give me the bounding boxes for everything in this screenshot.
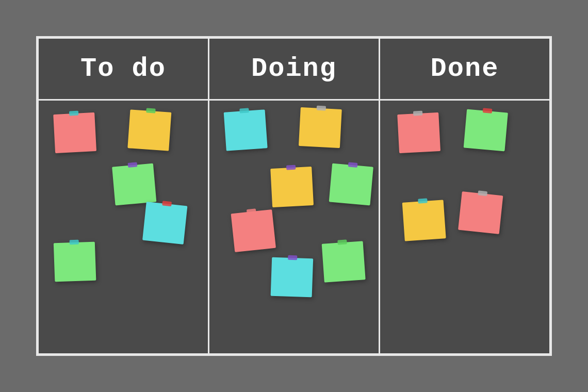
note-doing-3[interactable] [270,164,314,207]
tape-doing-4 [348,162,358,168]
note-todo-4[interactable] [142,199,188,244]
note-body-done-1 [397,112,440,153]
note-done-2[interactable] [464,107,509,152]
kanban-board: To do Doing Done [36,36,552,356]
board-header: To do Doing Done [39,39,549,101]
note-doing-1[interactable] [223,107,267,151]
column-todo [39,101,209,353]
tape-todo-1 [69,111,78,116]
note-doing-4[interactable] [329,161,374,206]
note-body-doing-7 [322,241,366,283]
column-doing [209,101,380,353]
note-doing-2[interactable] [299,105,342,148]
tape-doing-3 [286,165,296,170]
note-body-done-3 [402,200,446,241]
tape-done-1 [413,111,422,116]
note-body-doing-4 [329,164,373,205]
note-todo-1[interactable] [53,110,96,153]
note-body-doing-2 [299,107,342,148]
note-todo-5[interactable] [54,239,96,282]
column-header-done: Done [380,39,549,99]
tape-done-3 [418,198,428,204]
column-header-todo: To do [39,39,209,99]
note-body-doing-5 [231,209,276,252]
tape-todo-3 [128,162,138,168]
note-body-todo-1 [53,112,96,153]
tape-todo-5 [70,240,79,245]
note-doing-7[interactable] [321,238,365,282]
note-body-done-2 [464,109,508,151]
note-body-doing-3 [270,167,314,207]
tape-doing-6 [288,255,297,260]
tape-doing-2 [317,106,326,111]
column-done [380,101,549,353]
note-done-3[interactable] [402,197,446,241]
note-doing-6[interactable] [271,255,314,298]
tape-todo-2 [146,108,156,113]
note-todo-2[interactable] [127,107,171,151]
note-body-done-4 [458,191,503,234]
note-body-todo-4 [142,202,187,244]
column-header-doing: Doing [209,39,380,99]
note-body-todo-5 [54,242,96,282]
note-done-4[interactable] [458,189,503,234]
note-todo-3[interactable] [112,161,157,206]
note-body-doing-1 [224,110,268,151]
board-body [39,101,549,353]
note-body-todo-2 [127,110,171,151]
note-doing-5[interactable] [231,207,276,252]
tape-done-2 [483,108,493,113]
tape-doing-7 [337,239,347,245]
note-done-1[interactable] [397,110,440,153]
tape-doing-1 [239,108,249,113]
note-body-doing-6 [271,257,314,297]
